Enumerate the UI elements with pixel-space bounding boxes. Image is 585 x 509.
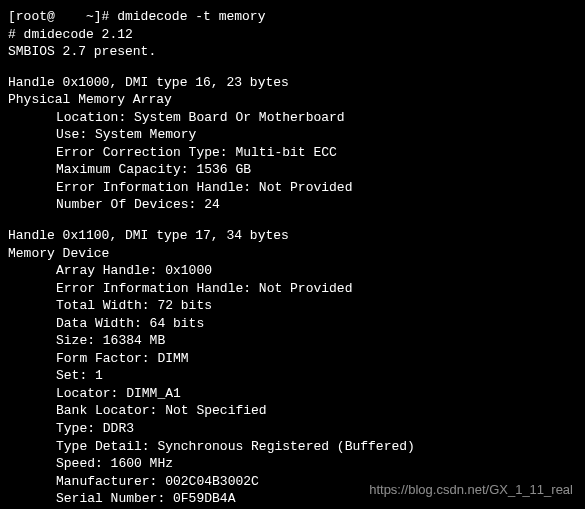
memory-device-field: Type: DDR3: [8, 420, 577, 438]
memory-device-field: Total Width: 72 bits: [8, 297, 577, 315]
physical-memory-array-field: Error Correction Type: Multi-bit ECC: [8, 144, 577, 162]
smbios-line: SMBIOS 2.7 present.: [8, 43, 577, 61]
prompt-line: [root@ ~]# dmidecode -t memory: [8, 8, 577, 26]
physical-memory-array-field: Location: System Board Or Motherboard: [8, 109, 577, 127]
memory-device-field: Form Factor: DIMM: [8, 350, 577, 368]
handle-line-2: Handle 0x1100, DMI type 17, 34 bytes: [8, 227, 577, 245]
memory-device-field: Set: 1: [8, 367, 577, 385]
section2-title: Memory Device: [8, 245, 577, 263]
version-line: # dmidecode 2.12: [8, 26, 577, 44]
watermark-text: https://blog.csdn.net/GX_1_11_real: [369, 481, 573, 499]
physical-memory-array-field: Number Of Devices: 24: [8, 196, 577, 214]
memory-device-field: Array Handle: 0x1000: [8, 262, 577, 280]
section1-title: Physical Memory Array: [8, 91, 577, 109]
memory-device-field: Speed: 1600 MHz: [8, 455, 577, 473]
physical-memory-array-field: Use: System Memory: [8, 126, 577, 144]
blank-line: [8, 61, 577, 74]
memory-device-field: Size: 16384 MB: [8, 332, 577, 350]
physical-memory-array-field: Error Information Handle: Not Provided: [8, 179, 577, 197]
blank-line: [8, 214, 577, 227]
memory-device-field: Type Detail: Synchronous Registered (Buf…: [8, 438, 577, 456]
physical-memory-array-field: Maximum Capacity: 1536 GB: [8, 161, 577, 179]
handle-line-1: Handle 0x1000, DMI type 16, 23 bytes: [8, 74, 577, 92]
memory-device-field: Error Information Handle: Not Provided: [8, 280, 577, 298]
memory-device-field: Bank Locator: Not Specified: [8, 402, 577, 420]
memory-device-field: Data Width: 64 bits: [8, 315, 577, 333]
memory-device-field: Locator: DIMM_A1: [8, 385, 577, 403]
